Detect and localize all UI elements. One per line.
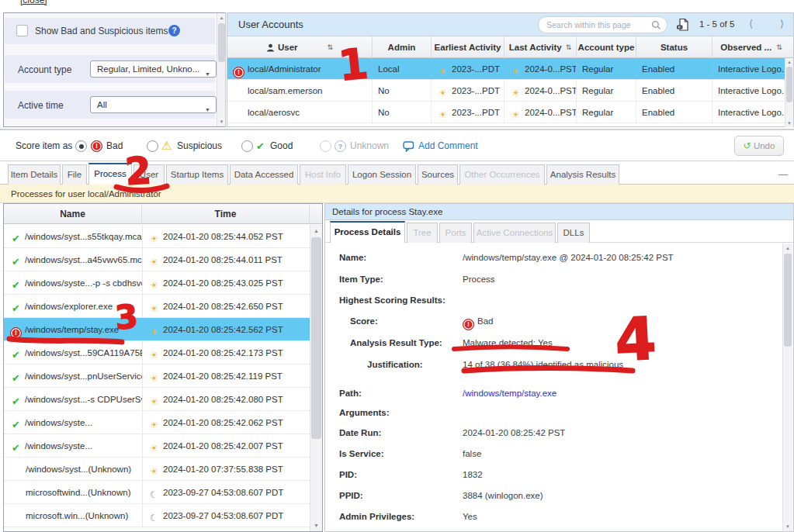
- tab-process-details[interactable]: Process Details: [330, 221, 405, 243]
- tab-user[interactable]: User: [133, 164, 165, 185]
- details-tab-strip: Process Details Tree Ports Active Connec…: [325, 220, 793, 243]
- scrollbar-thumb[interactable]: [311, 237, 321, 439]
- process-row[interactable]: /windows/syst...59CA119A75E}2024-01-20 0…: [4, 341, 310, 364]
- scroll-down-icon[interactable]: ▼: [310, 523, 322, 528]
- scrollbar-thumb[interactable]: [784, 254, 792, 347]
- sun-icon: [437, 109, 449, 121]
- add-comment-link[interactable]: Add Comment: [418, 140, 478, 151]
- sun-icon: [148, 350, 160, 361]
- process-details-panel: Details for process Stay.exe Process Det…: [324, 203, 794, 532]
- process-row-stay-exe[interactable]: /windows/temp/stay.exe2024-01-20 08:25:4…: [4, 318, 310, 341]
- tab-ports: Ports: [439, 223, 472, 243]
- undo-icon: ↺: [744, 140, 751, 151]
- bad-icon: [91, 140, 102, 152]
- column-header-name[interactable]: Name: [4, 204, 142, 224]
- scrollbar-thumb[interactable]: [218, 23, 225, 62]
- search-box[interactable]: [538, 16, 667, 33]
- sun-icon: [148, 257, 160, 268]
- close-link[interactable]: [close]: [20, 0, 47, 5]
- active-time-dropdown[interactable]: All ▼: [90, 96, 217, 113]
- good-score-icon: [10, 280, 22, 292]
- tab-file[interactable]: File: [62, 164, 87, 185]
- process-row[interactable]: /windows/syst...s55tkqay.mca2024-01-20 0…: [4, 225, 310, 248]
- tab-sources[interactable]: Sources: [418, 164, 458, 185]
- account-row[interactable]: local/Administrator Local 2023-...PDT 20…: [227, 58, 790, 80]
- scroll-up-icon[interactable]: ▲: [310, 228, 322, 233]
- tab-data-accessed[interactable]: Data Accessed: [230, 164, 298, 185]
- column-header-time[interactable]: Time: [142, 204, 310, 224]
- scroll-up-icon[interactable]: ▲: [785, 60, 793, 64]
- sort-icon[interactable]: ⇅: [776, 43, 782, 51]
- path-link[interactable]: /windows/temp/stay.exe: [463, 386, 556, 400]
- process-scrollbar[interactable]: ▲ ▼: [310, 225, 322, 531]
- show-bad-suspicious-label: Show Bad and Suspicious items: [35, 26, 168, 36]
- scroll-down-icon[interactable]: ▼: [217, 119, 226, 124]
- good-score-icon: [10, 443, 22, 454]
- sun-icon: [148, 443, 160, 454]
- process-row[interactable]: /windows/syste...-p -s cbdhsvc2024-01-20…: [4, 271, 310, 295]
- sun-icon: [437, 66, 449, 78]
- scroll-up-icon[interactable]: ▲: [217, 16, 226, 20]
- search-input[interactable]: [546, 19, 647, 31]
- export-page-icon[interactable]: [676, 18, 689, 32]
- tab-analysis-results[interactable]: Analysis Results: [546, 164, 619, 185]
- column-header-earliest-activity[interactable]: Earliest Activity: [432, 36, 504, 58]
- sort-icon[interactable]: ⇅: [328, 43, 334, 51]
- sun-icon: [510, 88, 522, 99]
- tab-startup-items[interactable]: Startup Items: [166, 164, 228, 185]
- process-row[interactable]: microsoftwind...(Unknown)2023-09-27 04:5…: [4, 481, 310, 504]
- tab-logon-session[interactable]: Logon Session: [348, 164, 416, 185]
- account-type-dropdown[interactable]: Regular, Limited, Unkno... ▼: [90, 60, 217, 78]
- radio-bad[interactable]: [75, 140, 87, 152]
- details-scrollbar[interactable]: ▲ ▼: [782, 244, 792, 531]
- process-row[interactable]: /windows/syste...2024-01-20 08:25:42.007…: [4, 434, 310, 458]
- show-bad-suspicious-checkbox[interactable]: [16, 25, 28, 36]
- account-row[interactable]: local/aerosvc No 2023-...PDT 2024-0...PS…: [227, 102, 790, 123]
- scroll-up-icon[interactable]: ▲: [783, 246, 792, 250]
- process-table-header: Name Time: [4, 204, 322, 224]
- tab-active-connections: Active Connections: [473, 223, 556, 243]
- column-header-last-activity[interactable]: Last Activity⇅: [504, 36, 577, 58]
- radio-good[interactable]: [241, 140, 253, 152]
- tab-dlls[interactable]: DLLs: [557, 223, 590, 243]
- account-row[interactable]: local/sam.emerson No 2023-...PDT 2024-0.…: [227, 80, 790, 102]
- moon-icon: [148, 489, 160, 501]
- process-row[interactable]: /windows/syste...2024-01-20 08:25:42.062…: [4, 411, 310, 434]
- column-header-status[interactable]: Status: [636, 36, 713, 58]
- column-header-account-type[interactable]: Account type: [577, 36, 636, 58]
- suspicious-label: Suspicious: [177, 140, 222, 151]
- tab-item-details[interactable]: Item Details: [8, 164, 61, 185]
- search-icon: [651, 20, 661, 30]
- column-header-observed[interactable]: Observed ...⇅: [713, 36, 790, 58]
- prev-page-icon[interactable]: ⟨: [749, 18, 753, 29]
- filter-scrollbar[interactable]: ▲ ▼: [217, 13, 226, 126]
- scroll-down-icon[interactable]: ▼: [783, 524, 792, 529]
- column-header-admin[interactable]: Admin: [373, 36, 432, 58]
- scrollbar-thumb[interactable]: [786, 67, 792, 102]
- process-row[interactable]: /windows/syst...-s CDPUserSvc2024-01-20 …: [4, 388, 310, 411]
- accounts-scrollbar[interactable]: ▲ ▼: [785, 58, 793, 127]
- sun-icon: [148, 466, 160, 478]
- accounts-title-bar: User Accounts 1 - 5 of 5 ⟨ ⟩: [227, 13, 793, 36]
- radio-suspicious[interactable]: [147, 140, 158, 152]
- unknown-label: Unknown: [350, 140, 389, 151]
- radio-unknown: [320, 140, 331, 152]
- help-icon[interactable]: ?: [168, 25, 180, 36]
- process-row[interactable]: /windows/syst...a45vwv65.mca2024-01-20 0…: [4, 248, 310, 271]
- process-row[interactable]: /windows/syst...(Unknown)2024-01-20 07:3…: [4, 458, 310, 481]
- clipped-filter-label: ▪ ▪▪ ▪ ▪: [18, 124, 127, 126]
- scroll-down-icon[interactable]: ▼: [785, 121, 793, 126]
- accounts-header-row: User ⇅ Admin Earliest Activity Last Acti…: [227, 36, 793, 58]
- minimize-icon[interactable]: —: [778, 169, 788, 180]
- score-item-as-label: Score item as: [16, 140, 72, 151]
- process-row[interactable]: microsoft.win...(Unknown)2023-09-27 04:5…: [4, 504, 310, 527]
- column-header-user[interactable]: User ⇅: [227, 36, 373, 58]
- sun-icon: [510, 66, 522, 78]
- tab-process[interactable]: Process: [88, 163, 132, 185]
- user-icon: [266, 43, 275, 52]
- next-page-icon[interactable]: ⟩: [780, 18, 784, 29]
- process-row[interactable]: /windows/explorer.exe2024-01-20 08:25:42…: [4, 295, 310, 318]
- sort-icon[interactable]: ⇅: [566, 43, 572, 51]
- tab-tree: Tree: [407, 223, 438, 243]
- process-row[interactable]: /windows/syst...pnUserService2024-01-20 …: [4, 364, 310, 388]
